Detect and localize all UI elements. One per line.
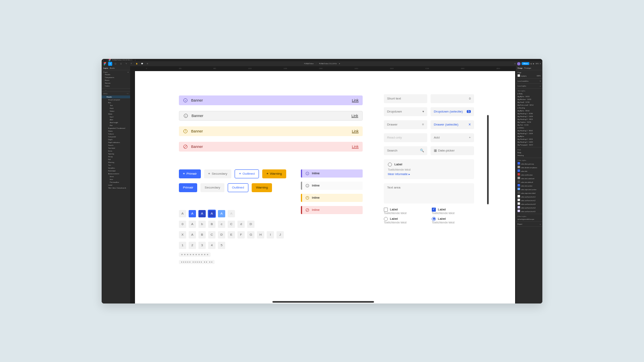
layer-item[interactable]: Spacing xyxy=(102,152,130,155)
user-avatar[interactable] xyxy=(517,62,520,65)
chip[interactable]: D xyxy=(247,221,255,228)
radio-icon[interactable] xyxy=(388,163,392,167)
chip[interactable]: C xyxy=(208,231,215,238)
banner-error[interactable]: Banner Link xyxy=(179,142,363,152)
layer-item[interactable]: Alert xyxy=(102,118,130,121)
chip[interactable]: A xyxy=(189,231,196,238)
radio-checked-icon[interactable] xyxy=(432,217,436,221)
banner-info[interactable]: Banner Link xyxy=(179,95,363,105)
dot[interactable] xyxy=(204,254,205,255)
text-tool-button[interactable]: T xyxy=(129,62,133,66)
main-menu-button[interactable] xyxy=(103,62,107,66)
banner-neutral[interactable]: Banner Link xyxy=(179,111,363,121)
dot[interactable] xyxy=(201,254,202,255)
layer-item[interactable]: Depth indicators xyxy=(102,141,130,144)
chip[interactable]: D xyxy=(218,231,225,238)
dev-mode-toggle[interactable]: ◐ xyxy=(531,63,532,65)
checkbox-checked-icon[interactable] xyxy=(432,208,436,212)
chip[interactable]: G xyxy=(247,231,255,238)
frame-tool-button[interactable]: ▢ xyxy=(113,62,117,66)
dash[interactable] xyxy=(189,262,190,262)
new-tab-button[interactable]: + xyxy=(133,59,137,61)
dash[interactable] xyxy=(201,262,202,262)
color-style-item[interactable]: color-input-text-label xyxy=(518,191,541,195)
chip[interactable]: A xyxy=(198,210,206,217)
chip[interactable]: b xyxy=(198,221,206,228)
layer-item[interactable]: States xyxy=(102,130,130,132)
chip[interactable]: A xyxy=(179,210,186,217)
missing-fonts-icon[interactable]: ⚠ xyxy=(514,63,516,65)
collapse-pages-icon[interactable]: ▾ xyxy=(128,71,128,73)
actions-button[interactable]: ⊙ xyxy=(145,62,149,66)
text-style-item[interactable]: Ag Heading 4 · 16/24 xyxy=(518,138,541,141)
outlined-button[interactable]: +Outlined xyxy=(235,169,259,178)
chip[interactable]: 3 xyxy=(198,242,206,249)
color-style-item[interactable]: color-surface-level-5 xyxy=(518,209,541,213)
dash[interactable] xyxy=(193,262,194,262)
team-name[interactable]: FUNA Online xyxy=(304,63,313,65)
dot[interactable] xyxy=(198,254,200,255)
dash[interactable] xyxy=(181,262,182,262)
text-style-item[interactable]: Ag Small · 12/16 xyxy=(518,101,541,104)
layer-item[interactable]: Search xyxy=(102,144,130,147)
dropdown-selected[interactable]: Dropdown (selectie)5 xyxy=(431,107,474,116)
layer-item[interactable]: Field xyxy=(102,107,130,110)
dash[interactable] xyxy=(183,262,184,262)
text-style-item[interactable]: Ag Heading 3 · 18/24 xyxy=(518,118,541,121)
text-style-item[interactable]: Ag Heading 1 · 36/44 xyxy=(518,129,541,132)
layer-item[interactable]: Label xyxy=(102,184,130,186)
frame-title[interactable]: UI Kit xyxy=(103,93,107,95)
effect-style-item[interactable]: ◈ background-blur-ups xyxy=(518,218,541,221)
layer-item[interactable]: Group xyxy=(102,155,130,158)
style-group[interactable]: ▸ Heading xyxy=(518,106,541,109)
layer-item[interactable]: Expanded / Condensed xyxy=(102,127,130,130)
inline-error[interactable]: Inline xyxy=(301,206,363,214)
chip[interactable]: H xyxy=(257,231,264,238)
share-button[interactable]: Share xyxy=(522,62,529,65)
chip[interactable]: c xyxy=(218,221,225,228)
text-style-item[interactable]: Ag Heading 2 · 24/28 xyxy=(518,132,541,135)
canvas-scrollbar-vertical[interactable] xyxy=(487,115,489,204)
layer-item[interactable]: Title / desc / breadcrumb xyxy=(102,186,130,189)
font-item[interactable]: Heading xyxy=(518,154,541,157)
chip[interactable]: J xyxy=(276,231,284,238)
layer-item[interactable]: Text xyxy=(102,104,130,107)
canvas[interactable]: 040080012001600200024002800320036004000 … xyxy=(130,66,516,303)
text-style-item[interactable]: Ag Alpha xyxy=(518,135,541,138)
color-style-item[interactable]: color-text-subdued xyxy=(518,176,541,180)
present-button[interactable]: ▶ xyxy=(533,63,534,65)
inline-info[interactable]: Inline xyxy=(301,169,363,178)
layer-item[interactable]: Box xyxy=(102,101,130,104)
layer-item[interactable]: Select xyxy=(102,110,130,113)
layer-item[interactable]: Depth xyxy=(102,138,130,141)
inline-warning[interactable]: Inline xyxy=(301,194,363,202)
local-variables-label[interactable]: Local variables xyxy=(518,80,529,82)
checkbox-item[interactable]: Label Toelichtende tekst xyxy=(384,208,426,215)
chip[interactable]: A xyxy=(189,210,196,217)
selection-filter[interactable]: — xyxy=(102,88,130,91)
layer-item[interactable]: Slider xyxy=(102,113,130,115)
radio-item[interactable]: Label Toelichtende tekst xyxy=(384,217,426,224)
chip[interactable]: B xyxy=(198,231,206,238)
shape-tool-button[interactable]: ◻ xyxy=(119,62,123,66)
layer-item[interactable]: Field label xyxy=(102,169,130,172)
checkbox-item[interactable]: Label Toelichtende tekst xyxy=(432,208,474,215)
dash[interactable] xyxy=(209,262,210,262)
dash[interactable] xyxy=(211,262,212,262)
layer-item[interactable]: Announcement xyxy=(102,172,130,175)
add-export-icon[interactable]: + xyxy=(540,223,541,225)
layer-item[interactable]: Items xyxy=(102,150,130,152)
artboard[interactable]: Banner Link Banner Link Banner Link xyxy=(135,71,515,303)
comment-tool-button[interactable]: 💬 xyxy=(140,62,144,66)
clear-icon[interactable]: × xyxy=(468,122,471,127)
banner-link[interactable]: Link xyxy=(352,129,359,133)
layer-item[interactable]: Text label xyxy=(102,147,130,150)
tab-design[interactable]: Design xyxy=(518,67,522,69)
text-style-item[interactable]: Ag Alpha · 16/24 xyxy=(518,95,541,98)
color-swatch[interactable] xyxy=(518,74,520,77)
canvas-scrollbar-horizontal[interactable] xyxy=(272,301,374,303)
chip[interactable]: 0 xyxy=(179,221,186,228)
text-style-item[interactable]: Ag Caption · 11/16 xyxy=(518,121,541,124)
checkbox-icon[interactable] xyxy=(384,208,388,212)
font-item[interactable]: Body xyxy=(518,151,541,154)
